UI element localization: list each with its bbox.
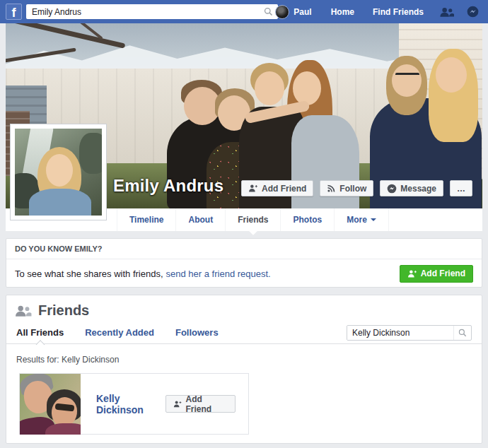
friends-icon xyxy=(15,305,32,317)
friends-search-input[interactable] xyxy=(347,326,453,340)
navbar-search-input[interactable] xyxy=(26,7,258,17)
facebook-logo[interactable]: f xyxy=(6,4,22,20)
results-label: Results for: Kelly Dickinson xyxy=(6,344,482,373)
profile-person-jacket xyxy=(29,189,91,216)
tab-about[interactable]: About xyxy=(175,208,225,231)
top-navbar: f Paul Home Find Friends xyxy=(0,0,488,23)
navbar-find-friends-link[interactable]: Find Friends xyxy=(364,7,433,17)
add-friend-green-label: Add Friend xyxy=(421,269,465,278)
tab-friends[interactable]: Friends xyxy=(225,208,280,231)
cover-person-face xyxy=(392,64,422,97)
navbar-search xyxy=(26,4,278,19)
tab-more[interactable]: More xyxy=(334,208,389,231)
tab-recently-added[interactable]: Recently Added xyxy=(85,322,154,344)
friends-header: Friends xyxy=(6,295,482,322)
cover-person-glasses xyxy=(395,73,419,78)
message-label: Message xyxy=(400,184,436,194)
more-actions-button[interactable]: … xyxy=(450,180,472,196)
cover-person-face xyxy=(436,57,467,93)
tab-followers[interactable]: Followers xyxy=(175,322,219,344)
do-you-know-text: To see what she shares with friends, xyxy=(15,269,163,279)
result-add-friend-button[interactable]: Add Friend xyxy=(165,395,236,413)
add-friend-label: Add Friend xyxy=(262,184,306,194)
tab-more-label: More xyxy=(347,215,367,225)
message-icon xyxy=(387,184,397,194)
friends-title: Friends xyxy=(38,302,89,319)
follow-icon xyxy=(327,184,336,193)
profile-picture[interactable] xyxy=(10,124,107,220)
navbar-right: Paul Home Find Friends xyxy=(275,0,485,23)
profile-picture-photo xyxy=(15,129,102,216)
messenger-icon[interactable] xyxy=(460,6,485,18)
follow-label: Follow xyxy=(339,184,366,194)
profile-person-face xyxy=(46,154,73,187)
add-friend-button[interactable]: Add Friend xyxy=(241,180,313,196)
more-actions-label: … xyxy=(457,184,465,194)
rock-background xyxy=(79,133,102,174)
do-you-know-card: DO YOU KNOW EMILY? To see what she share… xyxy=(6,238,482,288)
cover-person-face xyxy=(255,71,284,105)
search-icon[interactable] xyxy=(453,326,471,340)
profile-tabs: Timeline About Friends Photos More xyxy=(117,208,482,231)
send-friend-request-link[interactable]: send her a friend request. xyxy=(166,269,271,279)
cover-person-face xyxy=(293,71,321,105)
navbar-home-link[interactable]: Home xyxy=(322,7,364,17)
do-you-know-body: To see what she shares with friends, sen… xyxy=(6,259,482,288)
add-friend-icon xyxy=(407,269,417,278)
chevron-down-icon xyxy=(371,218,376,224)
friend-result-name-link[interactable]: Kelly Dickinson xyxy=(96,393,165,415)
friends-search xyxy=(347,325,472,341)
friend-requests-icon[interactable] xyxy=(433,6,460,18)
add-friend-green-button[interactable]: Add Friend xyxy=(400,265,473,283)
navbar-profile-link[interactable]: Paul xyxy=(294,7,311,17)
do-you-know-header: DO YOU KNOW EMILY? xyxy=(6,239,482,259)
friends-tabs-row: All Friends Recently Added Followers xyxy=(6,322,482,344)
tab-photos[interactable]: Photos xyxy=(280,208,334,231)
message-button[interactable]: Message xyxy=(380,180,443,196)
friend-result-card: Kelly Dickinson Add Friend xyxy=(19,373,249,435)
profile-name: Emily Andrus xyxy=(113,176,223,196)
tab-timeline[interactable]: Timeline xyxy=(117,208,175,231)
profile-action-buttons: Add Friend Follow Message … xyxy=(241,180,472,196)
add-friend-icon xyxy=(248,184,258,193)
add-friend-icon xyxy=(173,400,182,408)
friend-result-photo[interactable] xyxy=(20,374,81,435)
follow-button[interactable]: Follow xyxy=(320,180,373,196)
result-add-friend-label: Add Friend xyxy=(186,394,228,414)
tab-all-friends[interactable]: All Friends xyxy=(16,322,64,344)
friends-card: Friends All Friends Recently Added Follo… xyxy=(6,295,482,444)
user-avatar[interactable] xyxy=(275,5,289,19)
